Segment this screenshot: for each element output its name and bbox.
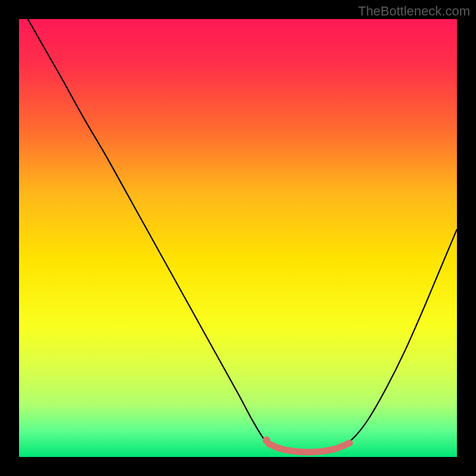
- chart-svg: [19, 19, 457, 457]
- gradient-background: [19, 19, 457, 457]
- optimal-marker-dot: [262, 437, 270, 444]
- chart-area: [19, 19, 457, 457]
- watermark-text: TheBottleneck.com: [358, 4, 470, 19]
